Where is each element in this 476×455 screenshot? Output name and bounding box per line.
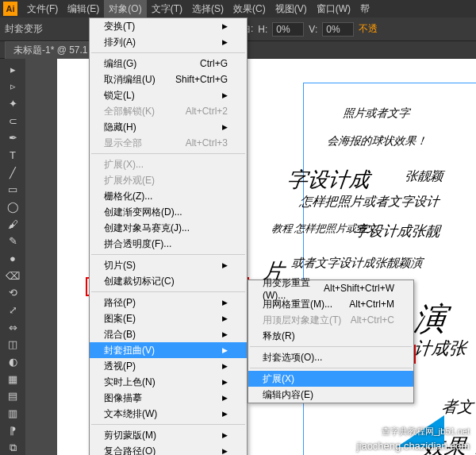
watermark-text-2: jiaocheng.chazidian.com [357, 440, 470, 452]
menu-item: 全部解锁(K)Alt+Ctrl+2 [90, 103, 247, 119]
app-logo: Ai [3, 2, 17, 16]
menu-item[interactable]: 实时上色(N) [90, 374, 247, 390]
menu-edit[interactable]: 编辑(E) [63, 0, 104, 17]
menu-help[interactable]: 帮 [355, 0, 374, 17]
menu-item[interactable]: 拼合透明度(F)... [90, 236, 247, 252]
menu-object[interactable]: 对象(O) [104, 0, 146, 17]
artwork-text: 怎样把照片或者文字设计 [298, 194, 440, 210]
menu-item[interactable]: 封套扭曲(V) [90, 342, 247, 358]
artwork-text: 或者文字设计成张靓颖演 [290, 256, 423, 271]
eyedropper-icon[interactable]: ⁋ [3, 423, 22, 438]
menu-effect[interactable]: 效果(C) [228, 0, 271, 17]
menu-item[interactable]: 排列(A) [90, 34, 247, 50]
menu-item: 扩展(X)... [90, 156, 247, 172]
menu-item[interactable]: 透视(P) [90, 358, 247, 374]
menu-item[interactable]: 路径(P) [90, 295, 247, 310]
menu-item[interactable]: 切片(S) [90, 257, 247, 273]
free-transform-icon[interactable]: ◫ [3, 337, 22, 353]
watermark-text-1: 查字典教程网_jb51.net [382, 426, 470, 438]
menu-item[interactable]: 变换(T) [90, 18, 247, 34]
menu-item[interactable]: 编组(G)Ctrl+G [90, 56, 247, 71]
eraser-icon[interactable]: ⌫ [3, 268, 22, 283]
envelope-submenu: 用变形重置(W)...Alt+Shift+Ctrl+W用网格重置(M)...Al… [248, 280, 414, 403]
pencil-icon[interactable]: ✎ [3, 234, 22, 249]
menu-item[interactable]: 锁定(L) [90, 87, 247, 103]
width-icon[interactable]: ⇔ [3, 320, 22, 335]
menu-item[interactable]: 复合路径(O) [90, 443, 247, 455]
direct-selection-icon[interactable]: ▹ [3, 79, 22, 94]
rotate-icon[interactable]: ⟲ [3, 286, 22, 301]
tool-panel: ▸ ▹ ✦ ⊂ ✒ T ╱ ▭ ◯ 🖌 ✎ ● ⌫ ⟲ ⤢ ⇔ ◫ ◐ ▦ ▤ … [0, 59, 25, 455]
magic-wand-icon[interactable]: ✦ [3, 96, 22, 111]
shape-builder-icon[interactable]: ◐ [3, 354, 22, 369]
envelope-label: 封套变形 [5, 22, 43, 36]
menu-type[interactable]: 文字(T) [147, 0, 187, 17]
menu-item[interactable]: 编辑内容(E) [248, 387, 413, 403]
menu-item[interactable]: 图案(E) [90, 310, 247, 326]
menu-item: 扩展外观(E) [90, 172, 247, 188]
pen-icon[interactable]: ✒ [3, 131, 22, 146]
menu-item[interactable]: 剪切蒙版(M) [90, 427, 247, 443]
rectangle-icon[interactable]: ▭ [3, 183, 22, 198]
object-menu: 变换(T)排列(A)编组(G)Ctrl+G取消编组(U)Shift+Ctrl+G… [89, 17, 248, 455]
menu-item[interactable]: 创建裁切标记(C) [90, 273, 247, 289]
menu-item[interactable]: 创建对象马赛克(J)... [90, 220, 247, 236]
paintbrush-icon[interactable]: 🖌 [3, 217, 22, 232]
artwork-text: 张靓颖 [404, 168, 443, 185]
menu-item[interactable]: 取消编组(U)Shift+Ctrl+G [90, 71, 247, 87]
menu-item[interactable]: 隐藏(H) [90, 119, 247, 135]
menu-item[interactable]: 栅格化(Z)... [90, 188, 247, 204]
menu-select[interactable]: 选择(S) [187, 0, 228, 17]
perspective-icon[interactable]: ▦ [3, 372, 22, 387]
document-tab[interactable]: 未标题-1* @ 57.1 [5, 41, 97, 59]
blob-brush-icon[interactable]: ● [3, 251, 22, 266]
menu-item[interactable]: 扩展(X) [248, 371, 413, 387]
menu-window[interactable]: 窗口(W) [312, 0, 355, 17]
h-value[interactable]: 0% [272, 22, 304, 37]
h-label: H: [258, 24, 267, 35]
artwork-text: 会海报的球状效果！ [326, 134, 428, 148]
artwork-text: 者文 [441, 396, 475, 418]
artwork-text: 计成张 [413, 337, 467, 361]
menu-item[interactable]: 图像描摹 [90, 390, 247, 406]
menu-item: 用顶层对象建立(T)Alt+Ctrl+C [248, 312, 413, 328]
menu-item[interactable]: 封套选项(O)... [248, 349, 413, 365]
mesh-icon[interactable]: ▤ [3, 388, 22, 403]
type-icon[interactable]: T [3, 148, 22, 163]
v-value[interactable]: 0% [322, 22, 354, 37]
lasso-icon[interactable]: ⊂ [3, 114, 22, 129]
artwork-text: 字设计成张靓 [354, 222, 442, 241]
menu-item[interactable]: 用网格重置(M)...Alt+Ctrl+M [248, 296, 413, 312]
line-icon[interactable]: ╱ [3, 165, 22, 180]
gradient-icon[interactable]: ▥ [3, 406, 22, 421]
menubar: Ai 文件(F) 编辑(E) 对象(O) 文字(T) 选择(S) 效果(C) 视… [0, 0, 476, 17]
opacity-label[interactable]: 不透 [359, 22, 378, 36]
menu-file[interactable]: 文件(F) [22, 0, 63, 17]
menu-view[interactable]: 视图(V) [271, 0, 312, 17]
menu-item[interactable]: 用变形重置(W)...Alt+Shift+Ctrl+W [248, 280, 413, 296]
menu-item[interactable]: 文本绕排(W) [90, 406, 247, 422]
menu-item[interactable]: 创建渐变网格(D)... [90, 204, 247, 220]
menu-item[interactable]: 混合(B) [90, 326, 247, 342]
artwork-text: 字设计成 [286, 166, 371, 194]
ellipse-icon[interactable]: ◯ [3, 199, 22, 214]
artwork-text: 演 [412, 297, 448, 341]
selection-tool-icon[interactable]: ▸ [3, 62, 22, 77]
menu-item[interactable]: 释放(R) [248, 328, 413, 344]
scale-icon[interactable]: ⤢ [3, 303, 22, 318]
blend-icon[interactable]: ⧉ [3, 440, 22, 455]
artwork-text: 照片或者文字 [342, 106, 410, 121]
v-label: V: [309, 24, 317, 35]
menu-item: 显示全部Alt+Ctrl+3 [90, 135, 247, 151]
